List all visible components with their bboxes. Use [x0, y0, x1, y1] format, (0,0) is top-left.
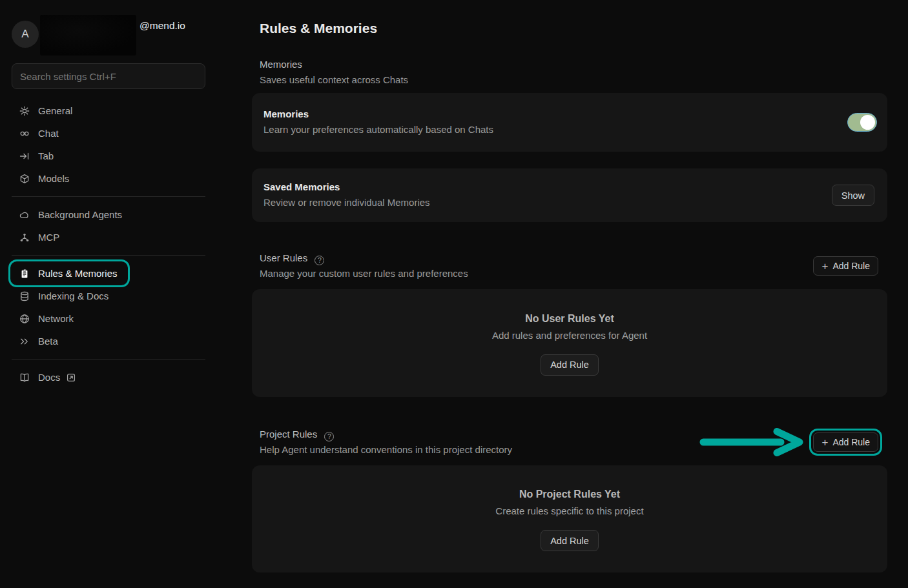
main-content: Rules & Memories Memories Saves useful c… [252, 0, 887, 588]
sidebar-item-label: Indexing & Docs [38, 290, 108, 301]
project-rules-label: Project Rules ? [260, 427, 512, 442]
saved-memories-card: Saved Memories Review or remove individu… [252, 168, 887, 222]
sidebar-item-rules-memories[interactable]: Rules & Memories [12, 263, 127, 284]
user-rules-empty-card: No User Rules Yet Add rules and preferen… [252, 289, 887, 397]
sidebar-item-label: Docs [38, 372, 60, 383]
memories-setting-title: Memories [263, 107, 493, 121]
annotated-button-wrap: + Add Rule [813, 432, 878, 452]
project-rules-empty-title: No Project Rules Yet [519, 487, 620, 502]
plus-icon: + [821, 261, 828, 272]
sidebar-item-docs[interactable]: Docs [12, 367, 85, 388]
avatar: A [12, 21, 39, 48]
sidebar-item-label: General [38, 105, 72, 116]
add-project-rule-label: Add Rule [832, 437, 870, 447]
sidebar-item-tab[interactable]: Tab [12, 145, 63, 167]
sidebar-item-models[interactable]: Models [12, 168, 78, 189]
sidebar-item-indexing-docs[interactable]: Indexing & Docs [12, 285, 118, 307]
saved-memories-text: Saved Memories Review or remove individu… [263, 180, 430, 210]
saved-memories-description: Review or remove individual Memories [263, 194, 430, 210]
database-icon [19, 291, 30, 301]
page-title: Rules & Memories [260, 19, 887, 37]
add-user-rule-label: Add Rule [832, 261, 870, 271]
user-rules-label-text: User Rules [260, 252, 307, 263]
plus-icon: + [821, 437, 828, 448]
show-memories-button[interactable]: Show [832, 185, 874, 206]
book-icon [19, 372, 30, 383]
search-input[interactable] [12, 63, 205, 89]
memories-setting-text: Memories Learn your preferences automati… [263, 107, 493, 137]
saved-memories-title: Saved Memories [263, 180, 430, 194]
project-rules-header: Project Rules ? Help Agent understand co… [252, 427, 887, 458]
cube-icon [19, 174, 30, 184]
add-user-rule-button[interactable]: + Add Rule [813, 256, 878, 276]
memories-section-label: Memories [260, 57, 887, 72]
sidebar-item-beta[interactable]: Beta [12, 330, 67, 352]
infinity-icon [19, 128, 30, 139]
memories-setting-description: Learn your preferences automatically bas… [263, 121, 493, 137]
nodes-icon [19, 232, 30, 243]
project-rules-empty-card: No Project Rules Yet Create rules specif… [252, 465, 887, 573]
project-rules-label-text: Project Rules [260, 429, 317, 440]
user-rules-label: User Rules ? [260, 250, 468, 266]
redacted-username [40, 15, 136, 56]
sidebar-item-label: Rules & Memories [38, 268, 118, 279]
sidebar-item-background-agents[interactable]: Background Agents [12, 204, 131, 225]
globe-icon [19, 314, 30, 324]
user-rules-header-text: User Rules ? Manage your custom user rul… [260, 250, 468, 281]
memories-section-description: Saves useful context across Chats [260, 72, 887, 88]
add-project-rule-empty-button[interactable]: Add Rule [541, 530, 599, 551]
sidebar-item-network[interactable]: Network [12, 308, 83, 329]
sidebar-divider [12, 359, 205, 360]
sidebar-item-label: Models [38, 173, 69, 184]
sidebar-item-chat[interactable]: Chat [12, 123, 68, 144]
user-rules-empty-subtitle: Add rules and preferences for Agent [492, 327, 647, 343]
sidebar-nav: General Chat Tab Models [12, 100, 205, 388]
clipboard-icon [19, 269, 30, 279]
annotation-arrow-icon [699, 428, 804, 456]
memories-setting-card: Memories Learn your preferences automati… [252, 93, 887, 152]
sidebar-item-label: Background Agents [38, 209, 122, 220]
user-rules-empty-title: No User Rules Yet [525, 311, 614, 327]
sidebar-item-label: MCP [38, 232, 59, 243]
sidebar-item-label: Beta [38, 336, 58, 347]
external-link-icon [67, 373, 76, 382]
sidebar-item-mcp[interactable]: MCP [12, 227, 68, 248]
chevrons-right-icon [19, 336, 30, 347]
sidebar-item-label: Chat [38, 128, 59, 139]
toggle-knob [860, 115, 875, 130]
user-rules-description: Manage your custom user rules and prefer… [260, 266, 468, 281]
project-rules-header-text: Project Rules ? Help Agent understand co… [260, 427, 512, 458]
memories-toggle[interactable] [847, 113, 877, 132]
cloud-icon [19, 210, 30, 220]
sidebar-divider [12, 255, 205, 256]
project-rules-description: Help Agent understand conventions in thi… [260, 442, 512, 458]
sidebar-item-general[interactable]: General [12, 100, 81, 121]
sidebar-item-label: Tab [38, 150, 54, 161]
settings-sidebar: A @mend.io General Chat [0, 0, 220, 588]
help-icon[interactable]: ? [315, 256, 324, 265]
project-rules-empty-subtitle: Create rules specific to this project [495, 503, 643, 519]
help-icon[interactable]: ? [324, 432, 334, 441]
user-rules-header: User Rules ? Manage your custom user rul… [252, 250, 887, 281]
sidebar-item-label: Network [38, 313, 74, 324]
settings-window: A @mend.io General Chat [0, 0, 908, 588]
gear-icon [19, 106, 30, 116]
add-project-rule-button[interactable]: + Add Rule [813, 432, 878, 452]
add-user-rule-empty-button[interactable]: Add Rule [541, 354, 599, 376]
memories-section-intro: Memories Saves useful context across Cha… [260, 57, 887, 88]
account-email-domain: @mend.io [139, 20, 185, 32]
sidebar-divider [12, 196, 205, 197]
tab-arrow-icon [19, 151, 30, 161]
